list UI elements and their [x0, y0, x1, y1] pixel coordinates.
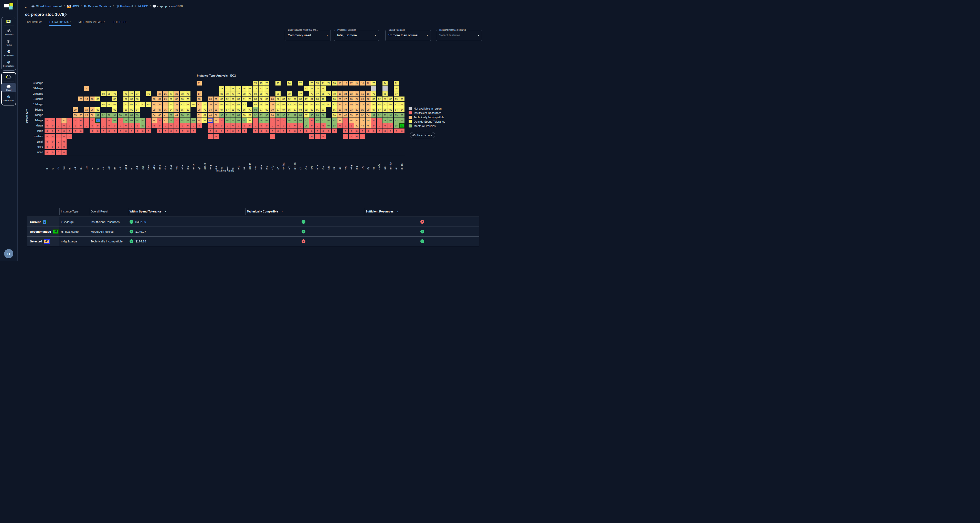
- heatmap-cell-i3-16xlarge[interactable]: 82: [95, 97, 100, 102]
- heatmap-cell-i3en-2xlarge[interactable]: 0: [146, 118, 151, 123]
- heatmap-cell-r5-24xlarge[interactable]: 77: [129, 91, 134, 96]
- heatmap-cell-r7a-48xlarge[interactable]: 71: [321, 81, 326, 86]
- heatmap-cell-m8g-24xlarge[interactable]: 23: [349, 91, 354, 96]
- heatmap-cell-r4-16xlarge[interactable]: 20: [90, 97, 95, 102]
- heatmap-cell-i3en-24xlarge[interactable]: 76: [146, 91, 151, 96]
- heatmap-cell-r8g-medium[interactable]: 0: [354, 134, 360, 139]
- heatmap-cell-m6i-8xlarge[interactable]: 87: [225, 107, 230, 112]
- heatmap-cell-c6a-2xlarge[interactable]: 0: [253, 118, 258, 123]
- heatmap-cell-c7a-12xlarge[interactable]: 83: [309, 102, 314, 107]
- heatmap-cell-c7a-48xlarge[interactable]: 73: [309, 81, 314, 86]
- heatmap-cell-c7i-flex-12xlarge[interactable]: 85: [281, 102, 286, 107]
- heatmap-cell-r6i-8xlarge[interactable]: 85: [231, 107, 235, 112]
- heatmap-cell-g6-4xlarge[interactable]: 33: [337, 113, 342, 118]
- heatmap-cell-m8i-12xlarge[interactable]: 83: [382, 102, 388, 107]
- heatmap-cell-r5-xlarge[interactable]: 0: [129, 123, 134, 128]
- heatmap-cell-r5-16xlarge[interactable]: 80: [129, 97, 134, 102]
- heatmap-cell-r5-4xlarge[interactable]: 89: [129, 113, 134, 118]
- heatmap-cell-c4-large[interactable]: 0: [73, 129, 78, 134]
- heatmap-cell-x2iedn-xlarge[interactable]: 0: [247, 123, 253, 128]
- heatmap-cell-r6id-8xlarge[interactable]: 85: [236, 107, 241, 112]
- heatmap-cell-c5-xlarge[interactable]: 0: [101, 123, 106, 128]
- heatmap-cell-c7gn-12xlarge[interactable]: 26: [270, 102, 275, 107]
- heatmap-cell-i8g-12xlarge[interactable]: 24: [366, 102, 371, 107]
- heatmap-cell-c8i-8xlarge[interactable]: 87: [371, 107, 376, 112]
- heatmap-cell-r8g-48xlarge[interactable]: 14: [354, 81, 360, 86]
- heatmap-cell-r7a-24xlarge[interactable]: 75: [321, 91, 326, 96]
- heatmap-cell-m5a-16xlarge[interactable]: 31: [157, 97, 162, 102]
- heatmap-cell-m5-4xlarge[interactable]: 91: [112, 113, 117, 118]
- heatmap-cell-m7i-flex-xlarge[interactable]: 0: [292, 123, 298, 128]
- heatmap-cell-g4dn-2xlarge[interactable]: 38: [151, 118, 157, 123]
- sidebar-item-connections[interactable]: ⊕Connections: [1, 59, 16, 68]
- heatmap-cell-r5ad-large[interactable]: 0: [169, 129, 173, 134]
- heatmap-cell-r7i-12xlarge[interactable]: 82: [298, 102, 303, 107]
- heatmap-cell-c8i-12xlarge[interactable]: 84: [371, 102, 376, 107]
- heatmap-cell-t4g-2xlarge[interactable]: 47: [62, 118, 67, 123]
- heatmap-cell-g5-4xlarge[interactable]: 31: [197, 113, 202, 118]
- heatmap-cell-g6-12xlarge[interactable]: 22: [337, 102, 342, 107]
- heatmap-cell-c6i-16xlarge[interactable]: 83: [219, 97, 224, 102]
- heatmap-cell-r5n-24xlarge[interactable]: 76: [185, 91, 191, 96]
- heatmap-cell-r6id-4xlarge[interactable]: 89: [236, 113, 241, 118]
- heatmap-cell-r8i-32xlarge[interactable]: 75: [394, 86, 399, 91]
- sidebar-item-nodes[interactable]: Nodes: [1, 38, 16, 47]
- heatmap-cell-m7i-flex-16xlarge[interactable]: 82: [292, 97, 298, 102]
- heatmap-cell-r7i-8xlarge[interactable]: 84: [298, 107, 303, 112]
- heatmap-cell-c6a-8xlarge[interactable]: 88: [253, 107, 258, 112]
- heatmap-cell-m8i-large[interactable]: 0: [382, 129, 388, 134]
- heatmap-cell-r5-2xlarge[interactable]: 94: [129, 118, 134, 123]
- heatmap-cell-g6-xlarge[interactable]: 0: [337, 123, 342, 128]
- heatmap-cell-g5-48xlarge[interactable]: 11: [197, 81, 202, 86]
- heatmap-cell-m7i-flex-2xlarge[interactable]: 96: [292, 118, 298, 123]
- heatmap-cell-r8g-12xlarge[interactable]: 27: [354, 102, 360, 107]
- heatmap-cell-x1e-xlarge[interactable]: 0: [84, 123, 89, 128]
- heatmap-cell-r8i-12xlarge[interactable]: 81: [394, 102, 399, 107]
- heatmap-cell-r6g-large[interactable]: 0: [213, 129, 219, 134]
- heatmap-cell-m7i-flex-8xlarge[interactable]: 87: [292, 107, 298, 112]
- heatmap-cell-r6g-8xlarge[interactable]: 32: [213, 107, 219, 112]
- heatmap-cell-m7i-flex-12xlarge[interactable]: 84: [292, 102, 298, 107]
- heatmap-cell-r5ad-24xlarge[interactable]: 77: [169, 91, 173, 96]
- heatmap-cell-i7ie-48xlarge[interactable]: 71: [326, 81, 331, 86]
- heatmap-cell-r8i-flex-large[interactable]: 0: [399, 129, 404, 134]
- heatmap-cell-t2-small[interactable]: 0: [45, 139, 50, 144]
- heatmap-cell-c7i-8xlarge[interactable]: 87: [275, 107, 281, 112]
- sidebar-item-containers[interactable]: Containers: [1, 28, 16, 37]
- heatmap-cell-g5-24xlarge[interactable]: 17: [197, 91, 202, 96]
- heatmap-cell-r5d-2xlarge[interactable]: 94: [135, 118, 140, 123]
- hide-scores-button[interactable]: Hide Scores: [410, 132, 435, 138]
- heatmap-cell-i4i-large[interactable]: 0: [242, 129, 247, 134]
- heatmap-cell-m7a-48xlarge[interactable]: 73: [315, 81, 320, 86]
- heatmap-cell-m4-4xlarge[interactable]: 35: [78, 113, 83, 118]
- heatmap-cell-m6g-2xlarge[interactable]: 46: [208, 118, 213, 123]
- heatmap-cell-r6g-16xlarge[interactable]: 25: [213, 97, 219, 102]
- heatmap-cell-c8g-large[interactable]: 0: [343, 129, 348, 134]
- sidebar-item-automation[interactable]: ⚙Automation: [1, 49, 16, 57]
- heatmap-cell-r4-2xlarge[interactable]: 0: [90, 118, 95, 123]
- column-header-within-spend-tolerance[interactable]: Within Spend Tolerance›: [128, 208, 245, 215]
- heatmap-cell-r5n-2xlarge[interactable]: 93: [185, 118, 191, 123]
- heatmap-cell-r6id-large[interactable]: 0: [236, 129, 241, 134]
- heatmap-cell-m5zn-2xlarge[interactable]: 92: [191, 118, 196, 123]
- tab-policies[interactable]: POLICIES: [112, 19, 127, 26]
- heatmap-cell-r5-8xlarge[interactable]: 85: [129, 107, 134, 112]
- heatmap-cell-c5-2xlarge[interactable]: 0: [101, 118, 106, 123]
- heatmap-cell-i8g-4xlarge[interactable]: 34: [366, 113, 371, 118]
- heatmap-cell-m6a-8xlarge[interactable]: 87: [259, 107, 264, 112]
- heatmap-cell-r6id-24xlarge[interactable]: 77: [236, 91, 241, 96]
- heatmap-cell-c6i-32xlarge[interactable]: 78: [219, 86, 224, 91]
- heatmap-cell-t3a-small[interactable]: 0: [56, 139, 61, 144]
- heatmap-cell-c8i-flex-8xlarge[interactable]: 87: [377, 107, 382, 112]
- heatmap-cell-t2-medium[interactable]: 0: [45, 134, 50, 139]
- heatmap-cell-r5n-12xlarge[interactable]: 81: [185, 102, 191, 107]
- heatmap-cell-c6a-12xlarge[interactable]: 85: [253, 102, 258, 107]
- heatmap-cell-r7a-8xlarge[interactable]: 83: [321, 107, 326, 112]
- heatmap-cell-x8g-48xlarge[interactable]: 10: [360, 81, 365, 86]
- heatmap-cell-r6a-12xlarge[interactable]: 82: [264, 102, 269, 107]
- heatmap-cell-c7i-xlarge[interactable]: 0: [275, 123, 281, 128]
- heatmap-cell-c5n-4xlarge[interactable]: 90: [118, 113, 123, 118]
- heatmap-cell-c7a-4xlarge[interactable]: 90: [309, 113, 314, 118]
- heatmap-cell-m6a-4xlarge[interactable]: 91: [259, 113, 264, 118]
- heatmap-cell-m8g-12xlarge[interactable]: 29: [349, 102, 354, 107]
